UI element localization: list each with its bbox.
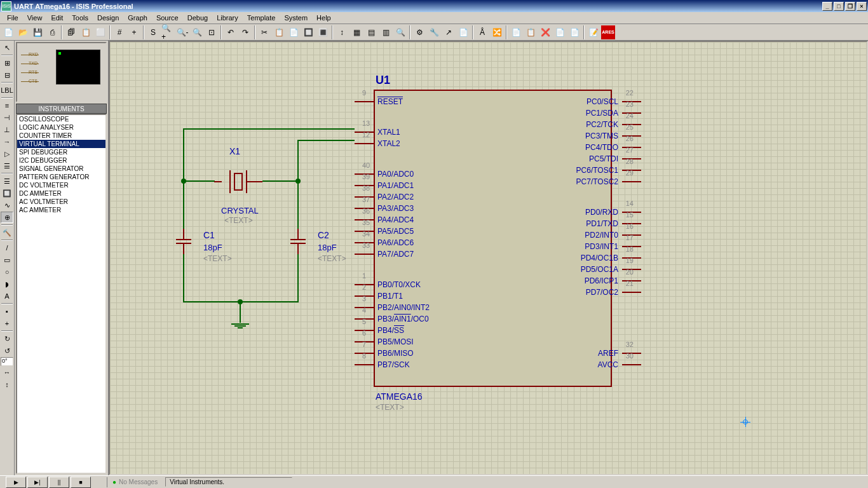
instrument-dc-voltmeter[interactable]: DC VOLTMETER bbox=[17, 181, 105, 189]
left-tool-3[interactable]: LBL bbox=[1, 85, 13, 96]
instrument-virtual-terminal[interactable]: VIRTUAL TERMINAL bbox=[17, 140, 105, 148]
menu-debug[interactable]: Debug bbox=[183, 13, 212, 23]
angle-input[interactable]: 0° bbox=[1, 357, 13, 366]
pin-9[interactable]: 9RESET bbox=[355, 97, 407, 106]
left-tool-2[interactable]: ⊟ bbox=[1, 69, 13, 81]
pin-32[interactable]: 32AREF bbox=[594, 349, 641, 358]
toolbar-btn-5[interactable]: 📋 bbox=[79, 25, 93, 39]
toolbar-btn-0[interactable]: 📄 bbox=[1, 25, 15, 39]
left-tool-6[interactable]: ⊥ bbox=[1, 124, 13, 135]
toolbar-btn-34[interactable]: ❌ bbox=[538, 25, 552, 39]
wire[interactable] bbox=[183, 128, 355, 130]
close-button[interactable]: × bbox=[857, 2, 867, 11]
toolbar-btn-15[interactable]: ↷ bbox=[238, 25, 252, 39]
pin-21[interactable]: 21PD7/OC2 bbox=[582, 288, 641, 297]
toolbar-btn-37[interactable]: 📝 bbox=[587, 25, 600, 39]
left-tool-4[interactable]: ≡ bbox=[1, 100, 13, 111]
crystal-x1[interactable] bbox=[224, 168, 253, 196]
left-tool-8[interactable]: ▷ bbox=[1, 148, 13, 159]
instrument-counter-timer[interactable]: COUNTER TIMER bbox=[17, 132, 105, 140]
toolbar-btn-12[interactable]: 🔍 bbox=[190, 25, 204, 39]
toolbar-btn-27[interactable]: 🔧 bbox=[427, 25, 441, 39]
left-tool-12[interactable]: ∿ bbox=[1, 200, 13, 211]
pin-3[interactable]: 3PB2/AIN0/INT2 bbox=[355, 303, 433, 312]
toolbar-btn-28[interactable]: ↗ bbox=[442, 25, 456, 39]
instrument-dc-ammeter[interactable]: DC AMMETER bbox=[17, 189, 105, 198]
toolbar-btn-33[interactable]: 📋 bbox=[524, 25, 538, 39]
wire[interactable] bbox=[183, 128, 184, 182]
cap-c1[interactable] bbox=[176, 229, 191, 254]
left-tool-9[interactable]: ☰ bbox=[1, 160, 13, 172]
pin-29[interactable]: 29PC7/TOSC2 bbox=[573, 177, 641, 186]
toolbar-btn-22[interactable]: ▦ bbox=[349, 25, 363, 39]
left-tool-15[interactable]: / bbox=[1, 242, 13, 254]
wire[interactable] bbox=[297, 140, 299, 182]
sim-step-button[interactable]: ▶| bbox=[27, 477, 48, 488]
left-tool-1[interactable]: ⊞ bbox=[1, 57, 13, 69]
toolbar-btn-26[interactable]: ⚙ bbox=[412, 25, 426, 39]
cap-c2[interactable] bbox=[290, 229, 306, 254]
toolbar-btn-11[interactable]: 🔍- bbox=[175, 25, 189, 39]
menu-source[interactable]: Source bbox=[152, 13, 183, 23]
toolbar-btn-32[interactable]: 📄 bbox=[509, 25, 523, 39]
menu-template[interactable]: Template bbox=[243, 13, 280, 23]
toolbar-btn-14[interactable]: ↶ bbox=[224, 25, 238, 39]
toolbar-btn-19[interactable]: 🔲 bbox=[301, 25, 315, 39]
instrument-ac-voltmeter[interactable]: AC VOLTMETER bbox=[17, 198, 105, 206]
toolbar-btn-1[interactable]: 📂 bbox=[16, 25, 30, 39]
instrument-signal-generator[interactable]: SIGNAL GENERATOR bbox=[17, 165, 105, 173]
left-tool-11[interactable]: 🔲 bbox=[1, 187, 13, 199]
left-tool-14[interactable]: 🔨 bbox=[1, 227, 13, 238]
pin-4[interactable]: 4PB3/AIN1/OC0 bbox=[355, 315, 433, 323]
sim-play-button[interactable]: ▶ bbox=[6, 477, 26, 488]
minimize-button[interactable]: _ bbox=[822, 2, 832, 11]
left-tool-16[interactable]: ▭ bbox=[1, 254, 13, 266]
instrument-i2c-debugger[interactable]: I2C DEBUGGER bbox=[17, 156, 105, 165]
toolbar-btn-21[interactable]: ↕ bbox=[335, 25, 349, 39]
sim-stop-button[interactable]: ■ bbox=[71, 477, 91, 488]
toolbar-btn-17[interactable]: 📋 bbox=[272, 25, 286, 39]
toolbar-btn-18[interactable]: 📄 bbox=[287, 25, 301, 39]
toolbar-btn-4[interactable]: 🗐 bbox=[64, 25, 78, 39]
toolbar-btn-7[interactable]: # bbox=[112, 25, 126, 39]
maximize-button[interactable]: □ bbox=[834, 2, 844, 11]
toolbar-btn-24[interactable]: ▥ bbox=[379, 25, 393, 39]
pin-33[interactable]: 33PA7/ADC7 bbox=[355, 250, 417, 259]
rotate-btn-3[interactable]: ↕ bbox=[1, 379, 13, 390]
toolbar-btn-3[interactable]: ⎙ bbox=[45, 25, 59, 39]
rotate-btn-0[interactable]: ↻ bbox=[1, 333, 13, 344]
wire[interactable] bbox=[297, 254, 299, 302]
instrument-spi-debugger[interactable]: SPI DEBUGGER bbox=[17, 148, 105, 156]
toolbar-btn-31[interactable]: 🔀 bbox=[490, 25, 504, 39]
instrument-logic-analyser[interactable]: LOGIC ANALYSER bbox=[17, 123, 105, 132]
left-tool-17[interactable]: ○ bbox=[1, 266, 13, 278]
left-tool-0[interactable]: ↖ bbox=[1, 42, 13, 53]
menu-design[interactable]: Design bbox=[93, 13, 123, 23]
toolbar-btn-30[interactable]: Å bbox=[475, 25, 489, 39]
wire[interactable] bbox=[183, 254, 184, 302]
toolbar-btn-9[interactable]: S bbox=[146, 25, 160, 39]
left-tool-10[interactable]: ☰ bbox=[1, 175, 13, 187]
left-tool-18[interactable]: ◗ bbox=[1, 278, 13, 290]
toolbar-btn-10[interactable]: 🔍+ bbox=[161, 25, 175, 39]
instruments-list[interactable]: OSCILLOSCOPELOGIC ANALYSERCOUNTER TIMERV… bbox=[16, 114, 107, 474]
schematic-canvas[interactable]: U1 ATMEGA16 <TEXT> 9RESET13XTAL112XTAL24… bbox=[109, 41, 868, 475]
sim-pause-button[interactable]: || bbox=[49, 477, 69, 488]
toolbar-btn-35[interactable]: 📄 bbox=[553, 25, 567, 39]
toolbar-btn-29[interactable]: 📄 bbox=[456, 25, 470, 39]
pin-8[interactable]: 8PB7/SCK bbox=[355, 360, 414, 369]
left-tool-21[interactable]: + bbox=[1, 318, 13, 329]
menu-edit[interactable]: Edit bbox=[46, 13, 67, 23]
wire[interactable] bbox=[183, 180, 215, 182]
toolbar-btn-8[interactable]: + bbox=[127, 25, 141, 39]
pin-30[interactable]: 30AVCC bbox=[594, 360, 641, 369]
restore-button[interactable]: ❐ bbox=[845, 2, 855, 11]
instrument-pattern-generator[interactable]: PATTERN GENERATOR bbox=[17, 173, 105, 181]
toolbar-btn-38[interactable]: ARES bbox=[601, 25, 615, 39]
toolbar-btn-20[interactable]: 🔳 bbox=[316, 25, 330, 39]
menu-view[interactable]: View bbox=[23, 13, 47, 23]
toolbar-btn-2[interactable]: 💾 bbox=[31, 25, 44, 39]
menu-system[interactable]: System bbox=[280, 13, 312, 23]
wire[interactable] bbox=[262, 180, 299, 182]
menu-tools[interactable]: Tools bbox=[67, 13, 93, 23]
